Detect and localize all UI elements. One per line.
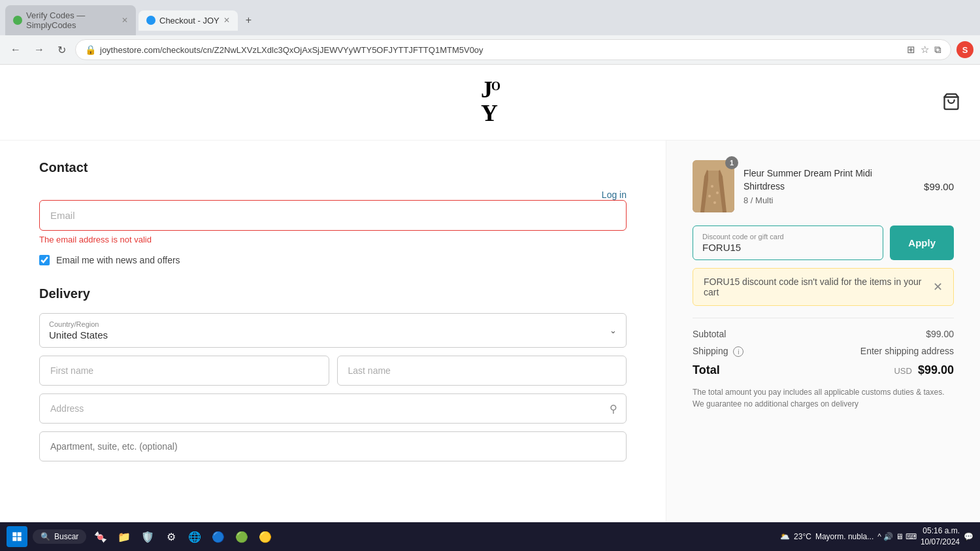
back-button[interactable]: ← (7, 41, 25, 58)
site-logo: JOY (481, 78, 499, 127)
url-text: joythestore.com/checkouts/cn/Z2NwLXVzLXd… (100, 45, 903, 55)
tab-verify-codes[interactable]: Verify Codes — SimplyCodes ✕ (5, 5, 136, 35)
cart-icon[interactable] (942, 92, 960, 112)
search-icon: 🔍 (41, 532, 50, 541)
subtotal-row: Subtotal $99.00 (693, 329, 954, 339)
shipping-row: Shipping i Enter shipping address (693, 346, 954, 357)
email-input[interactable] (39, 200, 627, 231)
product-price: $99.00 (924, 181, 954, 192)
address-input[interactable] (39, 393, 627, 424)
total-value: $99.00 (918, 363, 954, 376)
product-row: 1 Fleur Summer Dream Print Midi Shirtdre… (693, 160, 954, 212)
taskbar-search[interactable]: 🔍 Buscar (33, 529, 86, 544)
bookmark-icon[interactable]: ☆ (921, 44, 929, 56)
taskbar-icon-2[interactable]: 📁 (115, 527, 133, 546)
discount-error-banner: FORU15 discount code isn't valid for the… (693, 268, 954, 306)
forward-button[interactable]: → (30, 41, 48, 58)
discount-row: Discount code or gift card FORU15 Apply (693, 225, 954, 260)
country-value: United States (49, 329, 108, 341)
taskbar-icon-8[interactable]: 🟡 (256, 527, 274, 546)
total-label: Total (693, 363, 720, 377)
svg-rect-12 (12, 537, 16, 541)
taskbar-time: 05:16 a.m. (921, 526, 960, 537)
svg-point-9 (713, 201, 716, 204)
product-variant: 8 / Multi (743, 195, 915, 205)
apply-button[interactable]: Apply (890, 225, 954, 260)
product-name: Fleur Summer Dream Print Midi Shirtdress (743, 167, 915, 193)
first-name-input[interactable] (39, 356, 329, 386)
address-bar-row: ← → ↻ 🔒 joythestore.com/checkouts/cn/Z2N… (0, 35, 980, 64)
tab-checkout[interactable]: Checkout - JOY ✕ (139, 10, 238, 31)
start-button[interactable] (7, 526, 27, 547)
notification-icon[interactable]: 💬 (964, 532, 973, 541)
tab-favicon-1 (13, 16, 22, 25)
email-error-message: The email address is not valid (39, 235, 627, 244)
svg-point-7 (716, 192, 719, 194)
profile-avatar[interactable]: S (956, 41, 973, 58)
taskbar-icon-7[interactable]: 🟢 (233, 527, 251, 546)
newsletter-row: Email me with news and offers (39, 255, 627, 265)
last-name-input[interactable] (337, 356, 627, 386)
tab-favicon-2 (146, 16, 155, 25)
taskbar-right: 🌥️ 23°C Mayorm. nubla... ^ 🔊 🖥 ⌨ 05:16 a… (780, 526, 973, 548)
right-panel: 1 Fleur Summer Dream Print Midi Shirtdre… (666, 141, 980, 551)
product-badge: 1 (725, 156, 738, 169)
taskbar-tray: ^ 🔊 🖥 ⌨ (877, 532, 917, 541)
contact-title: Contact (39, 160, 627, 175)
address-search-icon: ⚲ (610, 403, 617, 415)
country-select[interactable]: Country/Region United States ⌄ (39, 313, 627, 348)
subtotal-label: Subtotal (693, 329, 726, 339)
newsletter-checkbox[interactable] (39, 255, 50, 265)
tab-title-1: Verify Codes — SimplyCodes (26, 10, 118, 30)
tab-close-2[interactable]: ✕ (223, 16, 230, 25)
country-label: Country/Region (49, 320, 108, 328)
svg-point-6 (711, 185, 713, 188)
shipping-value: Enter shipping address (860, 346, 954, 357)
chevron-down-icon: ⌄ (610, 326, 617, 335)
total-row: Total USD $99.00 (693, 363, 954, 377)
email-input-wrap (39, 200, 627, 231)
taskbar-icon-4[interactable]: ⚙ (162, 527, 180, 546)
subtotal-value: $99.00 (926, 329, 954, 339)
lock-icon: 🔒 (85, 44, 96, 55)
error-banner-close-button[interactable]: ✕ (933, 280, 943, 294)
extension-icon[interactable]: ⧉ (934, 44, 941, 56)
name-row (39, 356, 627, 386)
new-tab-button[interactable]: + (240, 9, 257, 31)
taskbar-icon-1[interactable]: 🍬 (91, 527, 110, 546)
apt-input[interactable] (39, 431, 627, 461)
reload-button[interactable]: ↻ (54, 41, 70, 59)
address-bar-icons: ⊞ ☆ ⧉ (907, 44, 941, 56)
taskbar-icon-3[interactable]: 🛡️ (139, 527, 157, 546)
discount-label: Discount code or gift card (702, 233, 874, 241)
weather-icon: 🌥️ (780, 532, 790, 541)
taskbar: 🔍 Buscar 🍬 📁 🛡️ ⚙ 🌐 🔵 🟢 🟡 🌥️ 23°C Mayorm… (0, 522, 980, 551)
time-block: 05:16 a.m. 10/07/2024 (921, 526, 960, 548)
address-bar[interactable]: 🔒 joythestore.com/checkouts/cn/Z2NwLXVzL… (75, 39, 951, 60)
taskbar-icon-5[interactable]: 🌐 (186, 527, 204, 546)
taskbar-left: 🔍 Buscar 🍬 📁 🛡️ ⚙ 🌐 🔵 🟢 🟡 (7, 526, 274, 547)
delivery-note: The total amount you pay includes all ap… (693, 386, 954, 410)
delivery-section: Delivery Country/Region United States ⌄ … (39, 286, 627, 461)
taskbar-icon-6[interactable]: 🔵 (209, 527, 227, 546)
browser-chrome: Verify Codes — SimplyCodes ✕ Checkout - … (0, 0, 980, 65)
tab-close-1[interactable]: ✕ (122, 16, 128, 25)
translate-icon[interactable]: ⊞ (907, 44, 915, 56)
svg-rect-5 (707, 165, 720, 171)
taskbar-search-label: Buscar (54, 532, 78, 541)
taskbar-date: 10/07/2024 (921, 537, 960, 548)
total-amount: USD $99.00 (894, 363, 954, 377)
weather-temp: 23°C (794, 532, 811, 541)
discount-value: FORU15 (702, 242, 874, 253)
delivery-title: Delivery (39, 286, 627, 301)
login-link[interactable]: Log in (602, 190, 627, 200)
shipping-label: Shipping i (693, 346, 743, 357)
shipping-info-icon[interactable]: i (733, 346, 743, 357)
weather-label: Mayorm. nubla... (815, 532, 874, 541)
tab-bar: Verify Codes — SimplyCodes ✕ Checkout - … (0, 0, 980, 35)
svg-rect-11 (18, 532, 22, 536)
newsletter-label[interactable]: Email me with news and offers (56, 255, 180, 265)
product-image-wrap: 1 (693, 160, 734, 212)
total-currency: USD (894, 366, 911, 376)
discount-input-wrap[interactable]: Discount code or gift card FORU15 (693, 225, 883, 260)
